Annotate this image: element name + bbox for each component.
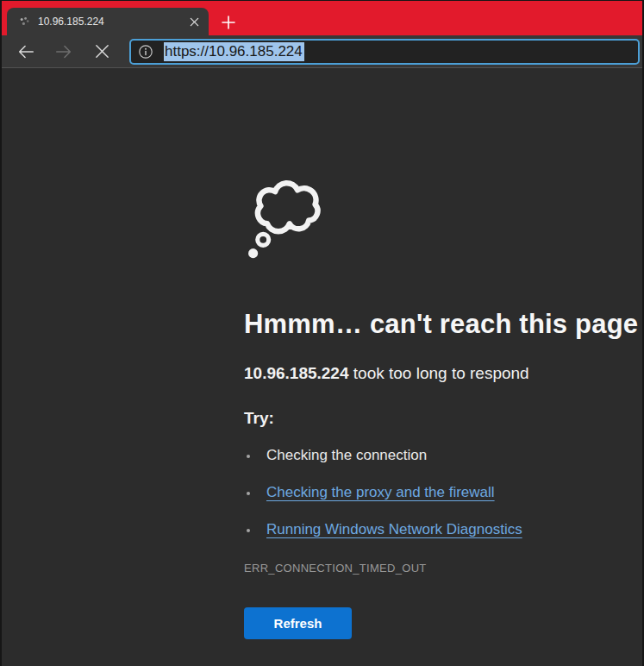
bullet-icon bbox=[247, 455, 250, 458]
address-bar[interactable]: https://10.96.185.224 bbox=[129, 39, 640, 65]
list-item: Running Windows Network Diagnostics bbox=[244, 521, 642, 538]
bullet-icon bbox=[247, 492, 250, 495]
info-icon[interactable] bbox=[138, 44, 153, 60]
tab-close-icon[interactable] bbox=[186, 14, 202, 29]
suggestion-list: Checking the connection Checking the pro… bbox=[244, 447, 642, 538]
browser-tab[interactable]: 10.96.185.224 bbox=[7, 8, 209, 35]
error-host: 10.96.185.224 bbox=[244, 364, 349, 382]
browser-window: 10.96.185.224 https://10.96.185.224 bbox=[0, 0, 644, 666]
error-message: took too long to respond bbox=[349, 364, 529, 382]
network-diagnostics-link[interactable]: Running Windows Network Diagnostics bbox=[266, 521, 522, 538]
bullet-icon bbox=[247, 529, 250, 532]
error-heading: Hmmm… can't reach this page bbox=[244, 309, 642, 340]
list-item: Checking the proxy and the firewall bbox=[244, 484, 642, 501]
stop-button[interactable] bbox=[91, 41, 112, 62]
error-page: Hmmm… can't reach this page 10.96.185.22… bbox=[2, 68, 642, 639]
suggestion-text: Checking the connection bbox=[266, 447, 427, 464]
proxy-firewall-link[interactable]: Checking the proxy and the firewall bbox=[266, 484, 495, 501]
refresh-button[interactable]: Refresh bbox=[244, 607, 352, 639]
loading-spinner-dots-icon bbox=[17, 15, 31, 28]
thought-bubble-cloud-icon bbox=[247, 171, 328, 261]
tab-strip: 10.96.185.224 bbox=[2, 1, 642, 35]
tab-title: 10.96.185.224 bbox=[38, 16, 186, 28]
navigation-toolbar: https://10.96.185.224 bbox=[2, 35, 642, 68]
error-subline: 10.96.185.224 took too long to respond bbox=[244, 364, 642, 383]
forward-button bbox=[53, 41, 74, 62]
selected-url-text: https://10.96.185.224 bbox=[164, 42, 304, 61]
try-label: Try: bbox=[244, 409, 642, 428]
list-item: Checking the connection bbox=[244, 447, 642, 464]
error-code: ERR_CONNECTION_TIMED_OUT bbox=[244, 562, 642, 575]
back-button[interactable] bbox=[16, 41, 36, 62]
url-text[interactable]: https://10.96.185.224 bbox=[164, 43, 304, 60]
new-tab-button[interactable] bbox=[219, 13, 238, 32]
